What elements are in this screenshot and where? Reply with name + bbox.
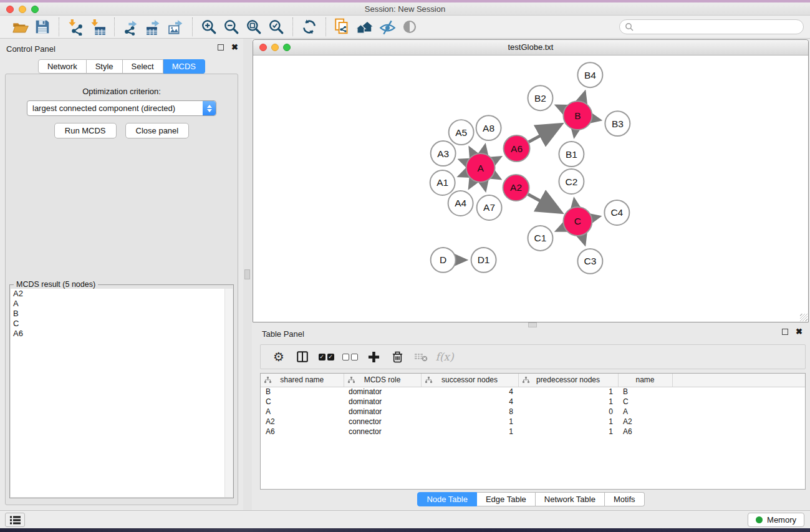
table-cell[interactable]: C xyxy=(261,397,344,407)
table-cell[interactable]: 4 xyxy=(421,387,518,397)
tab-node-table[interactable]: Node Table xyxy=(417,492,477,506)
new-network-from-selection-button[interactable] xyxy=(331,17,354,36)
export-table-button[interactable] xyxy=(142,17,165,36)
import-table-button[interactable] xyxy=(87,17,109,36)
edge-A-A6[interactable] xyxy=(494,157,500,161)
table-cell[interactable]: 4 xyxy=(421,397,518,407)
select-all-button[interactable]: ✓✓ xyxy=(314,346,338,367)
table-cell[interactable]: A xyxy=(618,407,672,417)
node-A4[interactable]: A4 xyxy=(448,191,473,216)
table-row[interactable]: A2connector11A2 xyxy=(261,417,806,427)
edge-A-A5[interactable] xyxy=(470,148,473,155)
edge-A-A7[interactable] xyxy=(484,182,486,190)
table-cell[interactable]: connector xyxy=(344,427,421,437)
edge-A-A2[interactable] xyxy=(493,175,499,179)
node-table[interactable]: shared nameMCDS rolesuccessor nodesprede… xyxy=(260,373,806,490)
search-input[interactable] xyxy=(619,19,804,34)
edge-B-B3[interactable] xyxy=(592,118,600,120)
node-C1[interactable]: C1 xyxy=(528,226,553,251)
delete-table-button[interactable] xyxy=(409,346,433,367)
refresh-button[interactable] xyxy=(298,17,321,36)
column-layout-button[interactable] xyxy=(291,346,314,367)
table-row[interactable]: Bdominator41B xyxy=(261,387,806,397)
run-mcds-button[interactable]: Run MCDS xyxy=(54,123,117,138)
import-network-button[interactable] xyxy=(64,17,87,36)
edge-B-B1[interactable] xyxy=(574,130,576,137)
table-cell[interactable]: dominator xyxy=(344,397,421,407)
tab-select[interactable]: Select xyxy=(123,59,163,74)
resize-grip-icon[interactable] xyxy=(800,314,808,321)
table-header-row[interactable]: shared nameMCDS rolesuccessor nodesprede… xyxy=(261,374,806,387)
table-cell[interactable]: B xyxy=(261,387,344,397)
zoom-in-button[interactable] xyxy=(198,17,220,36)
vertical-splitter[interactable] xyxy=(243,39,252,510)
table-row[interactable]: Cdominator41C xyxy=(261,397,806,407)
edge-A-A1[interactable] xyxy=(460,173,467,177)
node-B2[interactable]: B2 xyxy=(528,85,553,110)
export-network-button[interactable] xyxy=(120,17,142,36)
table-cell[interactable]: 8 xyxy=(421,407,518,417)
memory-button[interactable]: Memory xyxy=(748,513,804,527)
list-item[interactable]: C xyxy=(11,319,224,329)
tab-edge-table[interactable]: Edge Table xyxy=(477,492,536,506)
table-cell[interactable]: A6 xyxy=(261,427,344,437)
table-cell[interactable]: 0 xyxy=(518,407,618,417)
node-B1[interactable]: B1 xyxy=(559,142,584,167)
show-all-button[interactable] xyxy=(398,17,421,36)
table-cell[interactable]: 1 xyxy=(518,427,618,437)
node-C4[interactable]: C4 xyxy=(604,200,629,225)
edge-A-A3[interactable] xyxy=(460,160,466,162)
edge-A-A8[interactable] xyxy=(483,145,485,153)
tab-network[interactable]: Network xyxy=(38,59,87,74)
list-item[interactable]: A6 xyxy=(11,329,224,339)
table-cell[interactable]: A2 xyxy=(261,417,344,427)
edge-C-C4[interactable] xyxy=(592,216,599,218)
zoom-out-button[interactable] xyxy=(220,17,243,36)
close-panel-icon[interactable]: ✖ xyxy=(231,44,238,51)
float-table-panel-icon[interactable] xyxy=(782,329,788,335)
add-column-button[interactable] xyxy=(362,346,385,367)
node-C[interactable]: C xyxy=(563,207,592,236)
splitter-handle[interactable] xyxy=(244,269,250,279)
list-item[interactable]: A xyxy=(11,299,224,309)
node-D1[interactable]: D1 xyxy=(471,248,496,273)
table-cell[interactable]: 1 xyxy=(421,417,518,427)
node-A5[interactable]: A5 xyxy=(449,120,474,145)
node-A8[interactable]: A8 xyxy=(476,115,501,140)
tab-motifs[interactable]: Motifs xyxy=(605,492,645,506)
float-panel-icon[interactable] xyxy=(218,44,224,51)
tab-style[interactable]: Style xyxy=(87,59,123,74)
table-cell[interactable]: B xyxy=(618,387,672,397)
edge-B-B2[interactable] xyxy=(557,105,564,109)
function-builder-button[interactable]: f(x) xyxy=(433,346,456,367)
home-button[interactable] xyxy=(354,17,376,36)
save-session-button[interactable] xyxy=(31,17,54,36)
table-cell[interactable]: A xyxy=(261,407,344,417)
column-header[interactable]: MCDS role xyxy=(344,374,421,387)
edge-B-B4[interactable] xyxy=(582,92,584,101)
zoom-selected-button[interactable] xyxy=(265,17,287,36)
table-row[interactable]: Adominator80A xyxy=(261,407,806,417)
table-cell[interactable]: dominator xyxy=(344,387,421,397)
node-A3[interactable]: A3 xyxy=(431,141,456,166)
deselect-all-button[interactable] xyxy=(338,346,362,367)
table-cell[interactable]: A2 xyxy=(618,417,672,427)
edge-C-C1[interactable] xyxy=(557,228,564,231)
table-cell[interactable]: 1 xyxy=(518,387,618,397)
node-B[interactable]: B xyxy=(563,101,592,130)
column-header[interactable]: name xyxy=(618,374,672,387)
open-file-button[interactable] xyxy=(9,17,31,36)
list-item[interactable]: A2 xyxy=(11,289,224,299)
close-panel-button[interactable]: Close panel xyxy=(125,123,190,138)
table-row[interactable]: A6connector11A6 xyxy=(261,427,806,437)
delete-column-button[interactable] xyxy=(385,346,409,367)
table-cell[interactable]: dominator xyxy=(344,407,421,417)
node-A2[interactable]: A2 xyxy=(503,175,529,201)
edge-C-C2[interactable] xyxy=(574,200,576,207)
table-cell[interactable]: 1 xyxy=(518,417,618,427)
task-history-button[interactable] xyxy=(5,513,25,527)
node-B3[interactable]: B3 xyxy=(605,111,630,136)
node-A7[interactable]: A7 xyxy=(477,195,502,220)
hide-selected-button[interactable] xyxy=(376,17,398,36)
table-cell[interactable]: A6 xyxy=(618,427,672,437)
